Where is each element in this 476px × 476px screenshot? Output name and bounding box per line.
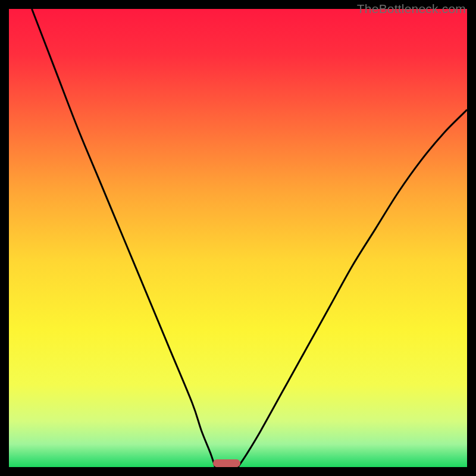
curve-layer [9,9,467,467]
right-curve [238,109,467,467]
chart-container: TheBottleneck.com [0,0,476,476]
plot-area [9,9,467,467]
left-curve [32,9,215,467]
watermark-text: TheBottleneck.com [357,2,466,16]
bottleneck-marker [213,459,240,467]
